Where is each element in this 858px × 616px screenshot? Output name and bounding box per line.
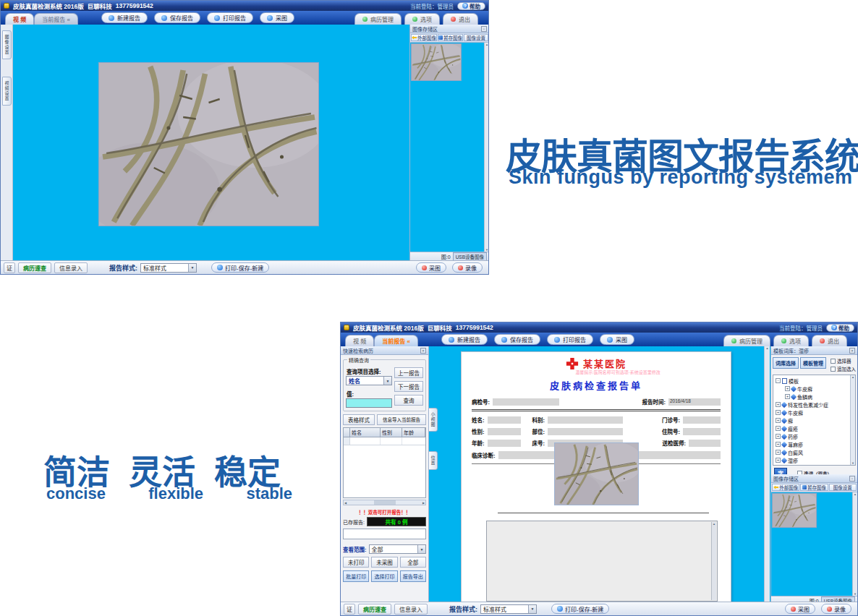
exam-no-field[interactable] [493,398,559,406]
menu-options[interactable]: 选项 [404,13,440,25]
print-save-new-button[interactable]: 打印-保存-新建 [211,262,269,273]
capture-image-button[interactable]: 采图 [785,604,815,614]
save-report-button[interactable]: 保存报告 [154,12,200,23]
expand-icon[interactable]: + [776,442,781,447]
query-value-input[interactable] [346,398,392,408]
info-entry-button[interactable]: 信息录入 [394,604,428,615]
close-icon[interactable]: × [849,348,855,354]
filter-unprinted-button[interactable]: 未打印 [343,557,369,568]
view-range-select[interactable]: 全部▼ [369,544,427,554]
report-scrollbar[interactable]: ▲▼ [764,346,770,604]
textarea-scrollbar[interactable]: ▲ [711,522,716,600]
selector-checkbox[interactable]: 选择器 [831,357,856,364]
print-report-button[interactable]: 打印报告 [207,12,253,23]
query-field-select[interactable]: 姓名▼ [346,376,392,385]
tab-current-report[interactable]: 当前报告 « [34,13,78,25]
lib-select-button[interactable]: 词库选择 [773,357,799,369]
capture-button[interactable]: 采图 [600,334,634,345]
part-field[interactable] [548,428,623,435]
query-button[interactable]: 查询 [394,395,423,406]
new-report-button[interactable]: 新建报告 [101,12,148,23]
expand-icon[interactable]: + [785,386,790,391]
batch-print-button[interactable]: 批量打印 [343,570,369,582]
external-image-button[interactable]: 外部图像 [772,484,799,491]
info-entry-button[interactable]: 信息录入 [54,262,88,273]
image-settings-button[interactable]: 图像设置 [464,34,488,41]
filter-all-button[interactable]: 全部 [400,557,426,568]
gender-field[interactable] [488,428,521,435]
save-report-button[interactable]: 保存报告 [494,334,540,345]
usb-device-label[interactable]: USB设备图像 [453,252,487,261]
filter-uncaptured-button[interactable]: 未采图 [371,557,397,568]
collapse-icon[interactable]: - [776,378,781,383]
new-report-button[interactable]: 新建报告 [441,334,488,345]
expand-icon[interactable]: + [785,394,790,399]
side-tab-position[interactable]: 位置 [428,451,438,470]
rail-tab-video-settings[interactable]: 视频设置 [2,77,12,106]
side-tab-small-view[interactable]: 小视图 [428,408,438,432]
expand-icon[interactable]: + [776,458,781,463]
age-field[interactable] [488,440,521,447]
table-hscrollbar[interactable]: ◀▶ [343,500,426,505]
findings-textarea[interactable]: ▲ [486,521,718,602]
export-report-button[interactable]: 报告导出 [400,570,426,582]
tree-scrollbar[interactable]: ▲▼ [850,375,855,465]
pin-icon[interactable]: ▫ [481,26,487,32]
external-image-button[interactable]: 外部图像 [411,34,437,41]
close-icon[interactable]: × [420,348,426,354]
quick-search-button[interactable]: 病历速查 [358,604,391,615]
doctor-field[interactable] [689,440,721,447]
dept-field[interactable] [548,416,623,424]
report-style-select[interactable]: 标准样式▼ [480,604,537,614]
expand-icon[interactable]: + [776,426,781,431]
captured-thumbnail[interactable] [411,43,462,81]
expand-icon[interactable]: + [776,434,781,439]
print-report-button[interactable]: 打印报告 [547,334,593,345]
cert-button[interactable]: 证 [344,604,355,615]
image-settings-button[interactable]: 图像设置 [829,484,857,491]
expand-icon[interactable]: + [776,450,781,455]
record-video-button[interactable]: 录像 [821,604,851,614]
thumbnail-scrollbar[interactable]: ▲▼ [852,492,857,596]
tab-video[interactable]: 视 频 [345,335,374,346]
select-print-button[interactable]: 选择打印 [371,570,397,582]
cert-button[interactable]: 证 [4,262,15,273]
expand-icon[interactable]: + [776,418,781,423]
next-report-button[interactable]: 下一报告 [394,381,423,392]
menu-records[interactable]: 病历管理 [354,13,402,25]
menu-records[interactable]: 病历管理 [723,335,770,346]
tab-video[interactable]: 视 频 [5,13,34,25]
thumbnail-scrollbar[interactable]: ▲▼ [484,43,489,252]
template-tree[interactable]: -模板 +牛皮癣 +鱼鳞病 +特发性色素减少症 +牛皮癣 +癣 +痤疮 +药疹 … [773,375,856,466]
outpatient-field[interactable] [683,416,721,424]
expand-icon[interactable]: + [776,410,781,415]
help-button[interactable]: ? 帮助 [826,324,854,332]
table-style-button[interactable]: 表格样式 [343,414,375,425]
report-style-select[interactable]: 标准样式▼ [140,263,197,273]
video-view-area[interactable] [13,25,409,260]
temp-image-button[interactable]: 暂存图像 [438,34,463,41]
capture-button[interactable]: 采图 [260,12,294,23]
capture-image-button[interactable]: 采图 [416,262,446,273]
quick-search-button[interactable]: 病历速查 [18,262,51,273]
temp-image-button[interactable]: 暂存图像 [800,484,828,491]
record-video-button[interactable]: 录像 [452,262,483,273]
menu-exit[interactable]: 退出 [443,13,478,25]
template-manage-button[interactable]: 模板管理 [800,357,826,369]
import-info-button[interactable]: 信息导入当前报告 [377,414,426,425]
inpatient-field[interactable] [683,428,721,435]
report-microscope-image[interactable] [554,442,639,505]
name-field[interactable] [488,416,521,424]
captured-thumbnail[interactable] [772,493,817,528]
expand-icon[interactable]: + [776,402,781,407]
help-button[interactable]: ? 帮助 [457,2,485,10]
menu-options[interactable]: 选项 [773,335,809,346]
append-checkbox[interactable]: 追加选入 [831,365,856,372]
rail-tab-image-settings[interactable]: 图像设置 [2,30,12,59]
pin-icon[interactable]: ▫ [849,476,855,482]
menu-exit[interactable]: 退出 [812,335,847,346]
tab-current-report[interactable]: 当前报告 « [374,335,418,346]
report-time-field[interactable]: 2016/4/18 [668,398,721,406]
prev-report-button[interactable]: 上一报告 [394,367,423,378]
print-save-new-button[interactable]: 打印-保存-新建 [551,604,609,614]
